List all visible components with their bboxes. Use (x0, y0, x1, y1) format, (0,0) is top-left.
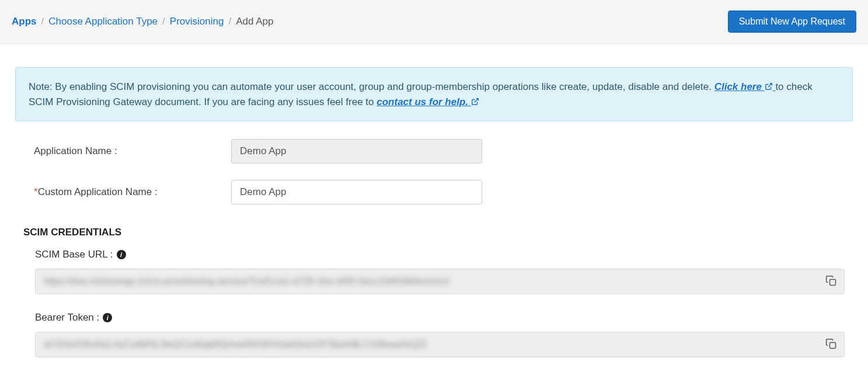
info-notice: Note: By enabling SCIM provisioning you … (15, 67, 853, 121)
copy-bearer-button[interactable] (824, 338, 838, 352)
bearer-token-label: Bearer Token : i (35, 312, 845, 324)
breadcrumb-choose-type[interactable]: Choose Application Type (48, 16, 158, 27)
custom-application-name-row: *Custom Application Name : (23, 180, 845, 204)
svg-line-1 (475, 98, 478, 102)
notice-text-prefix: Note: By enabling SCIM provisioning you … (29, 81, 714, 92)
main-content: Note: By enabling SCIM provisioning you … (0, 67, 868, 386)
breadcrumb-separator: / (228, 16, 231, 27)
breadcrumb-separator: / (41, 16, 44, 27)
application-name-row: Application Name : (23, 139, 845, 164)
required-asterisk: * (34, 186, 38, 197)
contact-us-label: contact us for help. (377, 96, 468, 107)
info-icon[interactable]: i (117, 250, 126, 259)
breadcrumb-provisioning[interactable]: Provisioning (170, 16, 224, 27)
copy-icon (825, 338, 837, 350)
application-name-label: Application Name : (23, 145, 231, 157)
scim-credentials-header: SCIM CREDENTIALS (23, 227, 856, 238)
svg-rect-3 (830, 342, 836, 348)
contact-us-link[interactable]: contact us for help. (377, 96, 479, 107)
application-name-input (231, 139, 482, 164)
scim-base-url-value: https://test.miniorange.in/mo-provisioni… (44, 276, 449, 287)
copy-icon (825, 275, 837, 287)
custom-application-name-input[interactable] (231, 180, 482, 204)
external-link-icon (471, 98, 479, 106)
external-link-icon (765, 82, 773, 91)
submit-new-app-button[interactable]: Submit New App Request (728, 11, 856, 33)
copy-base-url-button[interactable] (824, 274, 838, 288)
scim-base-url-field: https://test.miniorange.in/mo-provisioni… (35, 269, 845, 294)
breadcrumb-separator: / (162, 16, 165, 27)
svg-rect-2 (830, 279, 836, 285)
breadcrumb-apps[interactable]: Apps (12, 16, 37, 27)
scim-base-url-label: SCIM Base URL : i (35, 249, 845, 260)
click-here-label: Click here (714, 81, 762, 92)
bearer-token-field: aCSXar53hsNyLAyCa4bPjL3teQCzdAjqb0QmwARS… (35, 332, 845, 357)
form-area: Application Name : *Custom Application N… (12, 139, 856, 204)
bearer-token-value: aCSXar53hsNyLAyCa4bPjL3teQCzdAjqb0QmwARS… (44, 339, 426, 350)
custom-name-label-text: Custom Application Name : (38, 186, 158, 197)
credentials-block: SCIM Base URL : i https://test.miniorang… (12, 249, 856, 357)
click-here-link[interactable]: Click here (714, 81, 776, 92)
bearer-token-label-text: Bearer Token : (35, 312, 99, 324)
breadcrumb: Apps / Choose Application Type / Provisi… (12, 16, 273, 27)
top-bar: Apps / Choose Application Type / Provisi… (0, 0, 868, 44)
breadcrumb-current: Add App (236, 16, 273, 27)
scim-base-url-label-text: SCIM Base URL : (35, 249, 113, 260)
info-icon[interactable]: i (103, 313, 112, 322)
svg-line-0 (768, 84, 771, 87)
custom-application-name-label: *Custom Application Name : (23, 186, 231, 198)
